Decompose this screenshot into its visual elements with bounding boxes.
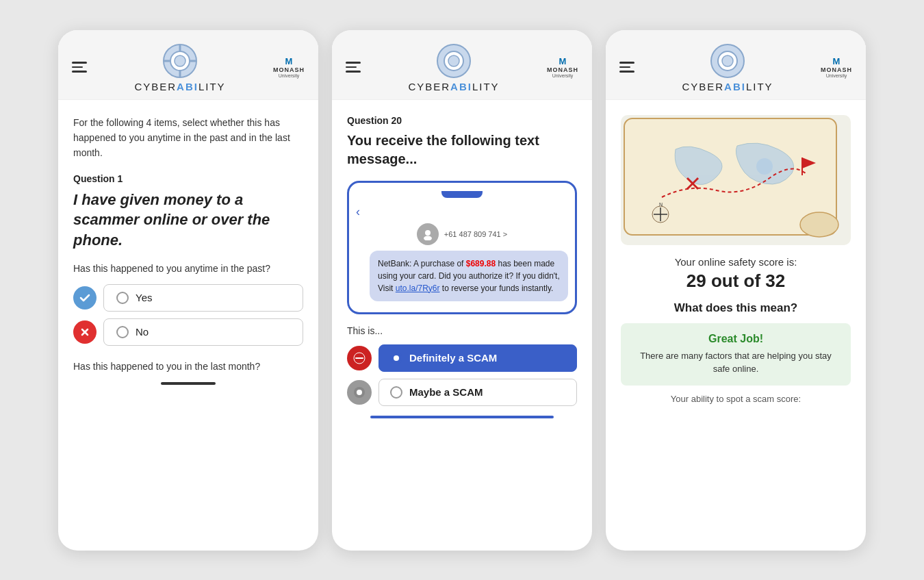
maybe-scam-icon (347, 380, 372, 405)
svg-rect-9 (355, 357, 363, 359)
screen3-phone: CYBERABILITY M MONASH University THE CYB… (606, 30, 866, 551)
question-label: Question 1 (73, 173, 303, 184)
screen3-logo: CYBERABILITY (682, 42, 773, 92)
screen3-header: CYBERABILITY M MONASH University (606, 30, 866, 100)
this-is-label: This is... (347, 325, 577, 336)
screen3-lifesaver-icon (709, 42, 746, 79)
screen3-content: THE CYBERABILITY SCALE (606, 100, 866, 551)
screen3-monash-logo: M MONASH University (821, 56, 852, 78)
map-svg: N (621, 115, 840, 238)
ability-score-label: Your ability to spot a scam score: (621, 394, 851, 404)
sms-link[interactable]: uto.la/7Ry6r (396, 283, 440, 293)
logo-text: CYBERABILITY (134, 81, 225, 92)
definitely-scam-radio (390, 352, 402, 364)
score-section: Your online safety score is: 29 out of 3… (621, 256, 851, 292)
logo: CYBERABILITY (134, 42, 225, 92)
no-selected-icon (73, 320, 97, 344)
svg-point-14 (722, 55, 733, 66)
question-text: You receive the following text message..… (347, 131, 577, 168)
screen1-phone: CYBERABILITY M MONASH University For the… (58, 30, 318, 551)
maybe-scam-option[interactable]: Maybe a SCAM (347, 379, 577, 406)
screen2-monash-logo: M MONASH University (547, 56, 578, 78)
great-job-text: There are many factors that are helping … (632, 349, 840, 376)
great-job-title: Great Job! (632, 333, 840, 345)
question-main: I have given money to a scammer online o… (73, 190, 303, 251)
yes-button[interactable]: Yes (103, 284, 303, 312)
no-option[interactable]: No (73, 318, 303, 346)
no-button[interactable]: No (103, 318, 303, 346)
lifesaver-icon (162, 42, 198, 79)
definitely-scam-option[interactable]: Definitely a SCAM (347, 344, 577, 372)
back-arrow: ‹ (356, 205, 568, 219)
no-radio (116, 326, 129, 338)
svg-point-5 (448, 55, 459, 66)
screen3-logo-text: CYBERABILITY (682, 81, 773, 92)
screen2-lifesaver-icon (435, 42, 472, 79)
yes-radio (116, 292, 129, 304)
definitely-scam-icon (347, 346, 372, 370)
sub-question-1: Has this happened to you anytime in the … (73, 262, 303, 276)
bottom-indicator (161, 382, 216, 385)
sender-row: +61 487 809 741 > (356, 223, 568, 245)
scam-options: Definitely a SCAM Maybe a SCAM (347, 344, 577, 406)
intro-text: For the following 4 items, select whethe… (73, 115, 303, 161)
yes-option[interactable]: Yes (73, 284, 303, 312)
svg-point-2 (175, 55, 185, 66)
svg-point-16 (800, 212, 838, 237)
yes-selected-icon (73, 286, 97, 310)
screen3-menu-icon[interactable] (619, 62, 634, 73)
svg-point-11 (357, 390, 362, 395)
sms-mockup: ‹ +61 487 809 741 > NetBank: A purchase … (347, 181, 577, 314)
screen1-header: CYBERABILITY M MONASH University (58, 30, 318, 100)
question-number: Question 20 (347, 115, 577, 126)
answer-options: Yes No (73, 284, 303, 346)
great-job-box: Great Job! There are many factors that a… (621, 323, 851, 386)
what-does-this-mean: What does this mean? (621, 301, 851, 315)
maybe-scam-radio (390, 386, 402, 399)
menu-icon[interactable] (72, 62, 87, 73)
svg-point-17 (756, 158, 773, 175)
sender-avatar (417, 223, 439, 245)
screen2-logo: CYBERABILITY (408, 42, 499, 92)
monash-logo: M MONASH University (273, 56, 305, 78)
sms-bubble: NetBank: A purchase of $689.88 has been … (370, 251, 568, 301)
score-label: Your online safety score is: (621, 256, 851, 268)
notch (441, 191, 483, 198)
maybe-scam-button[interactable]: Maybe a SCAM (378, 379, 577, 406)
screen2-header: CYBERABILITY M MONASH University (332, 30, 592, 100)
app-container: CYBERABILITY M MONASH University For the… (0, 10, 924, 571)
treasure-map: THE CYBERABILITY SCALE (621, 115, 851, 245)
sub-question-2: Has this happened to you in the last mon… (73, 360, 303, 374)
screen2-content: Question 20 You receive the following te… (332, 100, 592, 551)
score-value: 29 out of 32 (621, 270, 851, 292)
bottom-bar-2 (370, 416, 554, 418)
screen2-phone: CYBERABILITY M MONASH University Questio… (332, 30, 592, 551)
sender-number: +61 487 809 741 > (444, 230, 507, 238)
screen2-logo-text: CYBERABILITY (408, 81, 499, 92)
svg-point-6 (425, 230, 431, 236)
screen1-content: For the following 4 items, select whethe… (58, 100, 318, 551)
definitely-scam-button[interactable]: Definitely a SCAM (378, 344, 577, 372)
svg-text:N: N (659, 202, 663, 207)
svg-point-7 (424, 236, 432, 240)
screen2-menu-icon[interactable] (346, 62, 361, 73)
